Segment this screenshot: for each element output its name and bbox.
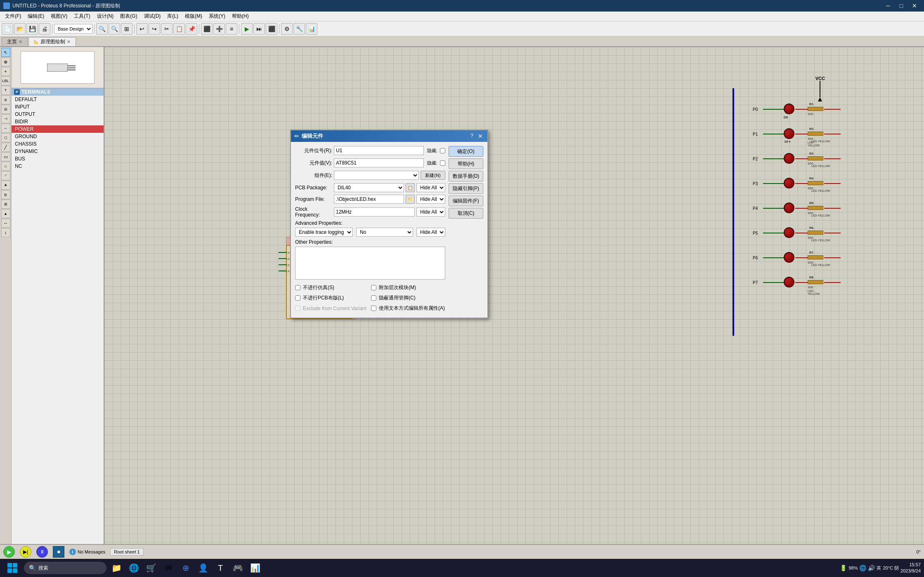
tb-zoom-out[interactable]: 🔍: [109, 23, 120, 35]
taskbar-file-explorer[interactable]: 📁: [109, 559, 124, 577]
tb-bus[interactable]: ≡: [226, 23, 237, 35]
trace-value-select[interactable]: No: [356, 228, 413, 237]
pause-button[interactable]: ⏸: [36, 546, 48, 558]
tool-sub[interactable]: ⊟: [1, 105, 10, 114]
tb-redo[interactable]: ↪: [149, 23, 160, 35]
new-group-button[interactable]: 新建(N): [421, 171, 445, 180]
clock-display[interactable]: 15:57 2023/9/24: [900, 562, 921, 575]
taskbar-store[interactable]: 🛒: [144, 559, 158, 577]
root-sheet-button[interactable]: Root sheet 1: [110, 548, 143, 556]
tool-box[interactable]: ▭: [1, 152, 10, 161]
datasheet-button[interactable]: 数据手册(D): [449, 171, 483, 181]
menu-view[interactable]: 视图(V): [47, 12, 71, 21]
tb-component[interactable]: ⬛: [201, 23, 213, 35]
menu-edit[interactable]: 编辑(E): [24, 12, 47, 21]
minimize-button[interactable]: ─: [882, 1, 894, 10]
menu-debug[interactable]: 调试(D): [141, 12, 164, 21]
terminal-nc[interactable]: NC: [12, 163, 104, 170]
tool-flip-v[interactable]: ↕: [1, 228, 10, 237]
menu-system[interactable]: 系统(Y): [206, 12, 229, 21]
stop-button[interactable]: ■: [53, 546, 64, 558]
tb-copy[interactable]: 📋: [173, 23, 185, 35]
taskbar-spreadsheet[interactable]: 📊: [248, 559, 262, 577]
tool-tape[interactable]: ⊞: [1, 200, 10, 209]
tb-stop[interactable]: ⬛: [266, 23, 277, 35]
tb-cut[interactable]: ✂: [161, 23, 173, 35]
terminal-power[interactable]: POWER: [12, 125, 104, 133]
tool-label[interactable]: LBL: [1, 76, 10, 85]
tab-home[interactable]: 主页 ✕: [2, 37, 28, 46]
pcb-hide-select[interactable]: Hide All: [416, 183, 445, 192]
menu-library[interactable]: 库(L): [164, 12, 182, 21]
taskbar-mail[interactable]: ✉: [161, 559, 176, 577]
tool-arc[interactable]: ◜: [1, 171, 10, 180]
hide-ref-checkbox[interactable]: [440, 148, 445, 153]
tb-wire[interactable]: ➕: [213, 23, 225, 35]
taskbar-browser[interactable]: 🌐: [126, 559, 141, 577]
tb-misc2[interactable]: 🔧: [293, 23, 305, 35]
maximize-button[interactable]: □: [895, 1, 907, 10]
terminal-chassis[interactable]: CHASSIS: [12, 140, 104, 148]
exclude-variant-checkbox[interactable]: [295, 306, 300, 311]
menu-graph[interactable]: 图表(G): [117, 12, 140, 21]
taskbar-search[interactable]: 🔍 搜索: [24, 562, 106, 574]
taskbar-user[interactable]: 👤: [196, 559, 210, 577]
taskbar-game[interactable]: 🎮: [230, 559, 245, 577]
tb-open[interactable]: 📂: [14, 23, 26, 35]
cancel-button[interactable]: 取消(C): [449, 208, 483, 219]
tool-component[interactable]: ⊕: [1, 57, 10, 66]
trace-hide-select[interactable]: Hide All: [416, 228, 445, 237]
program-browse-button[interactable]: 📁: [406, 195, 415, 204]
step-button[interactable]: ▶|: [20, 546, 31, 558]
component-val-input[interactable]: [334, 158, 424, 167]
terminal-default[interactable]: DEFAULT: [12, 96, 104, 103]
other-props-textarea[interactable]: [295, 247, 445, 280]
schematic-area[interactable]: VCC U1 P1.4 P1.5 P1.6 P1.7: [104, 47, 924, 544]
menu-template[interactable]: 模版(M): [182, 12, 206, 21]
tool-hier[interactable]: ⬡: [1, 133, 10, 142]
use-text-checkbox[interactable]: [371, 306, 376, 311]
ok-button[interactable]: 确定(O): [449, 146, 483, 157]
trace-logging-select[interactable]: Enable trace logging: [295, 228, 353, 237]
terminal-bidir[interactable]: BIDIR: [12, 118, 104, 125]
tool-marker[interactable]: ▲: [1, 209, 10, 218]
tool-pointer[interactable]: ↖: [1, 48, 10, 57]
tool-port[interactable]: ↔: [1, 124, 10, 133]
clock-freq-input[interactable]: [334, 207, 415, 217]
terminal-output[interactable]: OUTPUT: [12, 111, 104, 118]
terminal-dynamic[interactable]: DYNAMIC: [12, 148, 104, 155]
no-simulate-checkbox[interactable]: [295, 285, 300, 290]
dialog-close-button[interactable]: ✕: [477, 132, 484, 140]
start-button[interactable]: [3, 559, 21, 577]
hide-val-checkbox[interactable]: [440, 160, 445, 166]
terminal-input[interactable]: INPUT: [12, 103, 104, 111]
play-button[interactable]: ▶: [3, 546, 15, 558]
menu-help[interactable]: 帮助(H): [229, 12, 252, 21]
tb-undo[interactable]: ↩: [136, 23, 148, 35]
tb-misc1[interactable]: ⚙: [281, 23, 293, 35]
tb-new[interactable]: 📄: [2, 23, 13, 35]
tb-paste[interactable]: 📌: [186, 23, 197, 35]
tb-save[interactable]: 💾: [26, 23, 38, 35]
terminal-bus[interactable]: BUS: [12, 155, 104, 163]
pcb-browse-button[interactable]: 📋: [406, 183, 415, 192]
tb-fit[interactable]: ⊞: [121, 23, 132, 35]
taskbar-chrome[interactable]: ⊕: [178, 559, 193, 577]
add-module-checkbox[interactable]: [371, 285, 376, 290]
tool-junction[interactable]: +: [1, 67, 10, 76]
tb-print[interactable]: 🖨: [39, 23, 50, 35]
component-ref-input[interactable]: [334, 146, 424, 155]
tb-run[interactable]: ▶: [241, 23, 253, 35]
menu-file[interactable]: 文件(F): [2, 12, 24, 21]
tool-flip-h[interactable]: ↔: [1, 219, 10, 228]
tool-probe[interactable]: ⊵: [1, 190, 10, 199]
hide-common-pins-checkbox[interactable]: [371, 295, 376, 301]
taskbar-text[interactable]: T: [213, 559, 228, 577]
tool-symbol[interactable]: ✦: [1, 181, 10, 190]
dialog-help-icon[interactable]: ?: [469, 132, 475, 140]
no-pcb-checkbox[interactable]: [295, 295, 300, 301]
tab-schematic[interactable]: 📐 原理图绘制 ✕: [28, 37, 76, 46]
menu-design[interactable]: 设计(N): [94, 12, 117, 21]
tool-terminal[interactable]: ⊣: [1, 114, 10, 123]
tb-zoom-in[interactable]: 🔍: [96, 23, 108, 35]
